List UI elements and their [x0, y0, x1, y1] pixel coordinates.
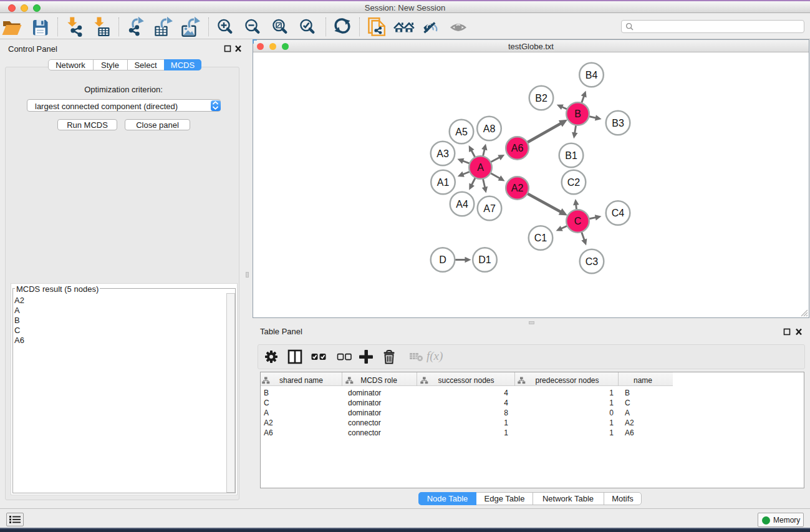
svg-text:B3: B3 — [612, 118, 624, 128]
svg-text:A7: A7 — [483, 203, 496, 214]
svg-text:A2: A2 — [511, 183, 524, 193]
svg-text:D: D — [439, 254, 446, 265]
svg-text:A1: A1 — [437, 177, 450, 188]
svg-text:A: A — [477, 162, 484, 173]
svg-text:A4: A4 — [456, 199, 468, 210]
svg-text:B2: B2 — [535, 93, 547, 104]
svg-text:C1: C1 — [534, 233, 547, 243]
svg-text:A3: A3 — [436, 148, 449, 159]
svg-text:A8: A8 — [483, 123, 496, 134]
svg-text:C3: C3 — [586, 256, 599, 267]
svg-text:C2: C2 — [567, 177, 581, 188]
svg-text:B1: B1 — [565, 150, 577, 161]
svg-text:A6: A6 — [511, 143, 524, 153]
svg-text:B: B — [574, 109, 581, 119]
svg-text:C4: C4 — [612, 208, 625, 218]
svg-text:B4: B4 — [586, 70, 598, 80]
svg-text:A5: A5 — [455, 127, 468, 137]
svg-text:C: C — [574, 216, 582, 226]
svg-text:D1: D1 — [478, 254, 491, 265]
